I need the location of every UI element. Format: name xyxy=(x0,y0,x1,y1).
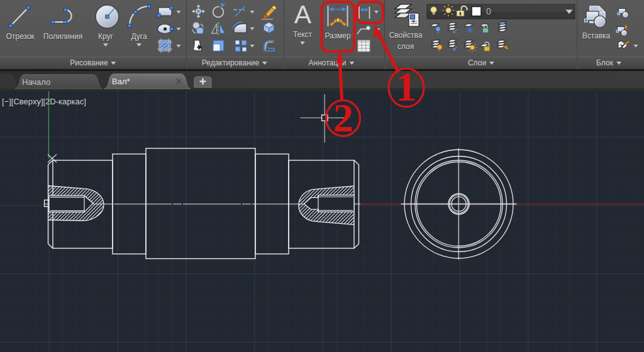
svg-text:2: 2 xyxy=(333,96,353,140)
svg-text:1: 1 xyxy=(396,63,417,109)
